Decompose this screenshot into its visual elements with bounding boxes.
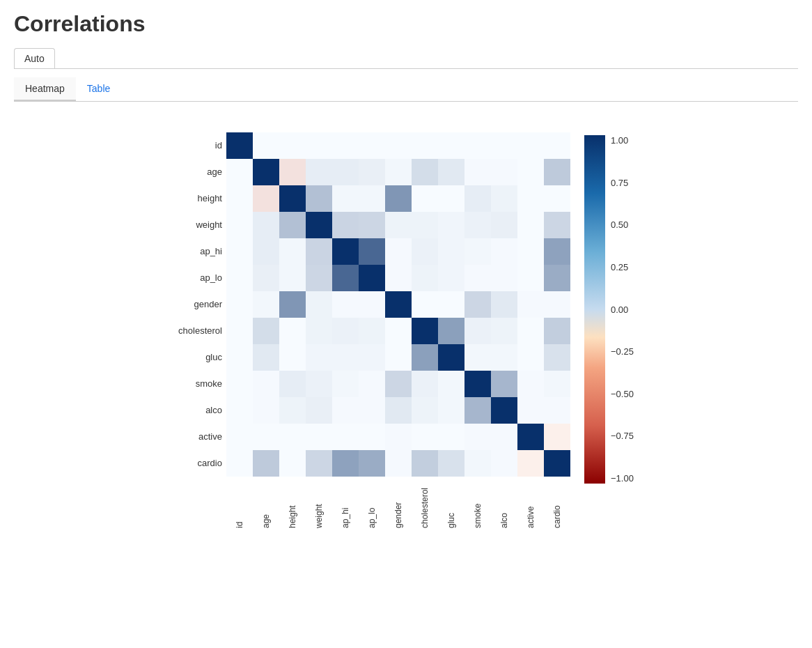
heatmap-cell bbox=[464, 450, 491, 477]
heatmap-cell bbox=[332, 132, 359, 159]
tab-heatmap[interactable]: Heatmap bbox=[14, 77, 76, 101]
heatmap-cell bbox=[226, 371, 253, 397]
col-label-wrapper: age bbox=[253, 479, 279, 528]
row-label: smoke bbox=[178, 371, 222, 397]
heatmap-cell bbox=[438, 291, 464, 318]
heatmap-cell bbox=[332, 318, 359, 344]
row-label: id bbox=[178, 132, 222, 159]
heatmap-cell bbox=[464, 185, 491, 212]
col-label: id bbox=[235, 479, 244, 528]
col-label-wrapper: ap_hi bbox=[332, 479, 359, 528]
heatmap-cell bbox=[544, 424, 570, 450]
heatmap-cell bbox=[359, 212, 385, 238]
heatmap-cell bbox=[491, 238, 517, 265]
heatmap-cell bbox=[412, 424, 438, 450]
row-label: cholesterol bbox=[178, 318, 222, 344]
heatmap-cell bbox=[385, 265, 412, 291]
page: Correlations Auto Heatmap Table idagehei… bbox=[0, 0, 812, 553]
heatmap-cell bbox=[491, 291, 517, 318]
heatmap-cell bbox=[412, 212, 438, 238]
heatmap-cell bbox=[253, 265, 279, 291]
col-label-wrapper: id bbox=[226, 479, 253, 528]
heatmap-cell bbox=[464, 371, 491, 397]
tab-table[interactable]: Table bbox=[76, 77, 121, 101]
heatmap-cell bbox=[517, 344, 544, 371]
heatmap-cell bbox=[226, 212, 253, 238]
heatmap-grid-and-legend: idageheightweightap_hiap_logendercholest… bbox=[226, 132, 634, 528]
heatmap-cell bbox=[491, 159, 517, 185]
heatmap-cell bbox=[253, 238, 279, 265]
legend-label: 1.00 bbox=[611, 135, 634, 146]
heatmap-cell bbox=[279, 371, 306, 397]
heatmap-cell bbox=[359, 185, 385, 212]
row-label: gluc bbox=[178, 344, 222, 371]
heatmap-cell bbox=[253, 344, 279, 371]
heatmap-cell bbox=[306, 397, 332, 424]
heatmap-cell bbox=[517, 397, 544, 424]
heatmap-cell bbox=[385, 212, 412, 238]
heatmap-cell bbox=[226, 344, 253, 371]
heatmap-cell bbox=[385, 318, 412, 344]
col-label: ap_hi bbox=[341, 479, 350, 528]
heatmap-cell bbox=[332, 238, 359, 265]
heatmap-cell bbox=[464, 132, 491, 159]
heatmap-cell bbox=[279, 291, 306, 318]
heatmap-cell bbox=[385, 424, 412, 450]
heatmap-cell bbox=[412, 159, 438, 185]
heatmap-cell bbox=[226, 291, 253, 318]
heatmap-cell bbox=[438, 265, 464, 291]
heatmap-cell bbox=[359, 159, 385, 185]
heatmap-cell bbox=[279, 318, 306, 344]
heatmap-cell bbox=[279, 424, 306, 450]
heatmap-cell bbox=[253, 212, 279, 238]
heatmap-cell bbox=[517, 265, 544, 291]
heatmap-cell bbox=[412, 450, 438, 477]
heatmap-cell bbox=[306, 371, 332, 397]
col-label-wrapper: alco bbox=[491, 479, 517, 528]
heatmap-cell bbox=[491, 397, 517, 424]
heatmap-cell bbox=[253, 132, 279, 159]
heatmap-cell bbox=[491, 344, 517, 371]
row-label: alco bbox=[178, 397, 222, 424]
heatmap-cell bbox=[226, 159, 253, 185]
col-label: alco bbox=[499, 479, 509, 528]
heatmap-cell bbox=[385, 185, 412, 212]
heatmap-cell bbox=[544, 265, 570, 291]
heatmap-cell bbox=[517, 212, 544, 238]
col-label-wrapper: ap_lo bbox=[359, 479, 385, 528]
legend-label: 0.50 bbox=[611, 219, 634, 230]
inner-tab-bar: Heatmap Table bbox=[14, 77, 798, 102]
heatmap-cell bbox=[438, 212, 464, 238]
heatmap-right: idageheightweightap_hiap_logendercholest… bbox=[226, 132, 634, 528]
heatmap-cell bbox=[332, 424, 359, 450]
heatmap-cell bbox=[464, 318, 491, 344]
heatmap-cell bbox=[332, 371, 359, 397]
legend-label: 0.75 bbox=[611, 178, 634, 188]
heatmap-cell bbox=[306, 291, 332, 318]
heatmap-cell bbox=[517, 424, 544, 450]
heatmap-cell bbox=[491, 371, 517, 397]
heatmap-cell bbox=[332, 450, 359, 477]
heatmap-cell bbox=[464, 265, 491, 291]
heatmap-cell bbox=[412, 291, 438, 318]
heatmap-cell bbox=[279, 159, 306, 185]
heatmap-cell bbox=[359, 424, 385, 450]
col-label: smoke bbox=[473, 479, 483, 528]
heatmap-cell bbox=[544, 159, 570, 185]
heatmap-cell bbox=[332, 185, 359, 212]
heatmap-cell bbox=[253, 318, 279, 344]
heatmap-cell bbox=[412, 318, 438, 344]
row-label: gender bbox=[178, 291, 222, 318]
heatmap-cell bbox=[279, 450, 306, 477]
tab-auto[interactable]: Auto bbox=[14, 48, 55, 68]
heatmap-cell bbox=[226, 397, 253, 424]
heatmap-cell bbox=[253, 450, 279, 477]
heatmap-cell bbox=[517, 291, 544, 318]
heatmap-cell bbox=[359, 238, 385, 265]
heatmap-cell bbox=[332, 159, 359, 185]
heatmap-cell bbox=[412, 265, 438, 291]
heatmap-cell bbox=[412, 344, 438, 371]
heatmap-cell bbox=[226, 185, 253, 212]
heatmap-cell bbox=[359, 397, 385, 424]
heatmap-cell bbox=[544, 132, 570, 159]
